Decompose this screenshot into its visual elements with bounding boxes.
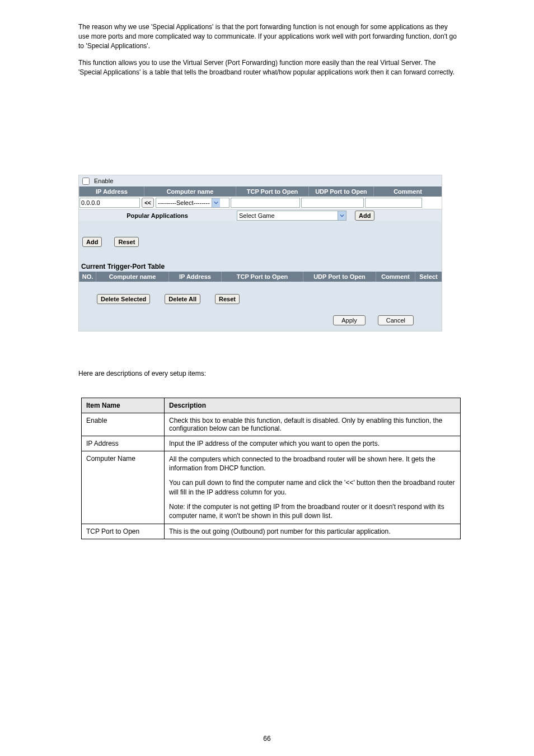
udp-port-input[interactable] (301, 198, 364, 208)
enable-label: Enable (94, 178, 113, 184)
reset-table-button[interactable]: Reset (215, 294, 240, 304)
enable-row: Enable (79, 175, 442, 186)
select-game-dropdown[interactable]: Select Game (237, 211, 346, 221)
popular-add-button[interactable]: Add (355, 211, 374, 221)
add-reset-row: Add Reset (79, 221, 442, 250)
header-comment: Comment (373, 186, 442, 197)
item-name: Enable (82, 413, 165, 436)
apply-button[interactable]: Apply (333, 315, 366, 325)
ctt-header-select: Select (415, 272, 442, 282)
reset-button[interactable]: Reset (114, 237, 139, 247)
item-desc: This is the out going (Outbound) port nu… (165, 524, 461, 539)
comment-input[interactable] (365, 198, 422, 208)
ctt-header-ip: IP Address (168, 272, 221, 282)
tcp-port-input[interactable] (231, 198, 300, 208)
config-header-row: IP Address Computer name TCP Port to Ope… (79, 186, 442, 197)
ctt-header-cname: Computer name (96, 272, 168, 282)
config-inputs-row: << ---------Select-------- (79, 197, 442, 209)
popular-apps-label: Popular Applications (79, 212, 236, 219)
page-number: 66 (0, 735, 534, 743)
header-computer-name: Computer name (144, 186, 236, 197)
computer-name-selected: ---------Select-------- (156, 199, 212, 206)
intro-p1: The reason why we use 'Special Applicati… (78, 22, 459, 50)
cancel-button[interactable]: Cancel (378, 315, 414, 325)
table-row: Enable Check this box to enable this fun… (82, 413, 461, 436)
header-tcp: TCP Port to Open (236, 186, 308, 197)
delete-all-button[interactable]: Delete All (165, 294, 200, 304)
add-button[interactable]: Add (82, 237, 102, 247)
item-name: TCP Port to Open (82, 524, 165, 539)
item-name: IP Address (82, 436, 165, 451)
header-udp: UDP Port to Open (308, 186, 373, 197)
ctt-header-comment: Comment (376, 272, 415, 282)
item-desc: Check this box to enable this function, … (165, 413, 461, 436)
chevron-down-icon (338, 211, 346, 220)
table-row: Computer Name All the computers which co… (82, 451, 461, 524)
apply-row: Apply Cancel (79, 307, 442, 331)
popular-apps-row: Popular Applications Select Game Add (79, 209, 442, 221)
table-row: TCP Port to Open This is the out going (… (82, 524, 461, 539)
desc-header-item: Item Name (82, 398, 165, 413)
item-desc: All the computers which connected to the… (165, 451, 461, 524)
chevron-down-icon (212, 198, 220, 207)
desc-intro: Here are descriptions of every setup ite… (78, 370, 459, 377)
item-name: Computer Name (82, 451, 165, 524)
special-applications-panel: Enable IP Address Computer name TCP Port… (78, 175, 442, 332)
trigger-port-title: Current Trigger-Port Table (79, 250, 442, 272)
item-desc: Input the IP address of the computer whi… (165, 436, 461, 451)
trigger-port-header: NO. Computer name IP Address TCP Port to… (79, 272, 442, 282)
select-game-value: Select Game (237, 212, 338, 219)
enable-checkbox[interactable] (82, 178, 90, 185)
copy-ip-button[interactable]: << (142, 198, 154, 208)
description-table: Item Name Description Enable Check this … (81, 398, 461, 539)
intro-p2: This function allows you to use the Virt… (78, 58, 459, 77)
intro-text: The reason why we use 'Special Applicati… (78, 22, 459, 85)
table-row: IP Address Input the IP address of the c… (82, 436, 461, 451)
ip-address-input[interactable] (79, 198, 140, 208)
delete-row: Delete Selected Delete All Reset (79, 282, 442, 307)
ctt-header-tcp: TCP Port to Open (221, 272, 303, 282)
computer-name-select[interactable]: ---------Select-------- (156, 198, 229, 208)
header-ip: IP Address (79, 186, 144, 197)
ctt-header-no: NO. (79, 272, 96, 282)
desc-header-desc: Description (165, 398, 461, 413)
delete-selected-button[interactable]: Delete Selected (97, 294, 150, 304)
ctt-header-udp: UDP Port to Open (303, 272, 376, 282)
